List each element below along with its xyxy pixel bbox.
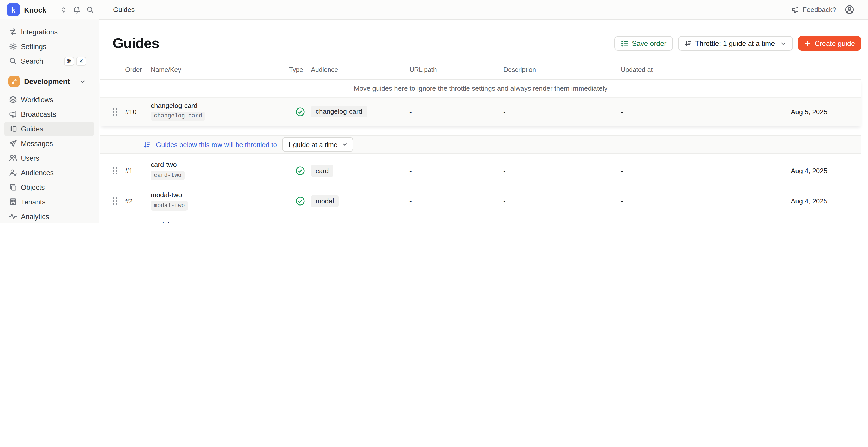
messages-icon <box>9 139 17 148</box>
drag-handle-icon[interactable] <box>107 166 125 175</box>
checklist-icon <box>620 39 628 47</box>
save-order-label: Save order <box>632 39 666 47</box>
throttle-label: Throttle: 1 guide at a time <box>695 39 775 47</box>
save-order-button[interactable]: Save order <box>614 36 673 51</box>
search-icon[interactable] <box>86 5 94 14</box>
chevron-down-icon <box>780 40 786 47</box>
sidebar-item-label: Messages <box>21 139 53 147</box>
sidebar-item-objects[interactable]: Objects <box>0 180 94 195</box>
chevron-down-icon <box>342 141 348 148</box>
page-header: Guides Save order Throttle: 1 guide at a… <box>99 20 868 56</box>
sidebar-item-label: Analytics <box>21 213 49 220</box>
sidebar-item-broadcasts[interactable]: Broadcasts <box>0 107 94 122</box>
audiences-icon <box>9 168 17 177</box>
guide-url-path: - <box>503 108 621 116</box>
sidebar-item-workflows[interactable]: Workflows <box>0 92 94 107</box>
workspace-name: Knock <box>24 5 46 14</box>
guide-description: - <box>621 197 791 205</box>
column-header-audience: Audience <box>311 66 409 73</box>
megaphone-icon <box>791 6 799 13</box>
guides-icon <box>9 125 17 133</box>
integrations-icon <box>9 28 17 36</box>
knock-app-window: k Knock Guides F <box>0 0 868 224</box>
users-icon <box>9 154 17 162</box>
sidebar-item-audiences[interactable]: Audiences <box>0 165 94 180</box>
sidebar-top-nav: Integrations Settings Search ⌘K <box>0 25 99 68</box>
feedback-label: Feedback? <box>803 6 836 13</box>
throttle-count-select[interactable]: 1 guide at a time <box>282 137 353 152</box>
create-guide-label: Create guide <box>814 39 855 47</box>
sidebar-item-analytics[interactable]: Analytics <box>0 209 94 224</box>
topbar: k Knock Guides F <box>0 0 868 20</box>
tenants-icon <box>9 198 17 206</box>
sort-descending-icon <box>143 140 151 149</box>
feedback-button[interactable]: Feedback? <box>791 6 836 13</box>
sidebar-item-users[interactable]: Users <box>0 151 94 165</box>
sidebar-item-tenants[interactable]: Tenants <box>0 195 94 209</box>
workspace-switcher-area: k Knock <box>0 3 99 16</box>
guide-name: card-two <box>151 161 289 168</box>
guide-name: modal-two <box>151 191 289 198</box>
unthrottled-rows: #10 changelog-card changelog-card change… <box>100 97 861 126</box>
sidebar-item-search[interactable]: Search ⌘K <box>0 54 94 68</box>
unthrottled-dropzone: Move guides here to ignore the throttle … <box>100 80 861 126</box>
sidebar-item-label: Search <box>21 57 43 65</box>
guide-key-badge: changelog-card <box>151 111 205 121</box>
sidebar: Integrations Settings Search ⌘K Developm… <box>0 19 99 224</box>
sidebar-item-messages[interactable]: Messages <box>0 136 94 151</box>
sidebar-item-settings[interactable]: Settings <box>0 39 94 54</box>
throttle-count-value: 1 guide at a time <box>287 140 338 149</box>
column-header-url-path: URL path <box>409 66 503 73</box>
guide-type: card <box>311 165 409 177</box>
create-guide-button[interactable]: Create guide <box>798 36 861 51</box>
guide-row[interactable]: #3 modal-one modal-one modal - - - Aug 4… <box>100 217 861 224</box>
sidebar-env-nav: Workflows Broadcasts Guides Messages Use… <box>0 92 99 224</box>
guide-row[interactable]: #2 modal-two modal-two modal - - - Aug 4… <box>100 186 861 217</box>
sidebar-item-guides[interactable]: Guides <box>4 122 94 136</box>
guides-table: OrderName/KeyTypeAudienceURL pathDescrip… <box>100 61 861 224</box>
throttle-divider-row: Guides below this row will be throttled … <box>100 135 861 154</box>
throttle-setting-button[interactable]: Throttle: 1 guide at a time <box>678 36 793 51</box>
guide-type-badge: changelog-card <box>311 106 367 117</box>
account-avatar-icon[interactable] <box>844 5 855 14</box>
workspace-selector-icon[interactable] <box>60 6 67 13</box>
guide-description: - <box>621 167 791 175</box>
sidebar-item-integrations[interactable]: Integrations <box>0 25 94 39</box>
sidebar-item-label: Tenants <box>21 198 45 206</box>
sort-descending-icon <box>684 40 691 47</box>
guide-row[interactable]: #1 card-two card-two card - - - Aug 4, 2… <box>100 156 861 186</box>
sidebar-item-label: Audiences <box>21 169 54 177</box>
sidebar-item-label: Integrations <box>21 28 58 36</box>
main-content: Guides Save order Throttle: 1 guide at a… <box>99 20 868 224</box>
column-header-order: Order <box>125 66 151 73</box>
breadcrumb[interactable]: Guides <box>113 6 134 13</box>
dropzone-hint: Move guides here to ignore the throttle … <box>100 80 861 97</box>
guide-name-key: changelog-card changelog-card <box>151 102 289 121</box>
guide-order: #10 <box>125 108 151 116</box>
guide-name-key: modal-one modal-one <box>151 222 289 224</box>
environment-name: Development <box>24 77 70 86</box>
guide-updated-at: Aug 5, 2025 <box>791 108 861 116</box>
environment-branch-icon <box>8 76 20 87</box>
status-check-circle-icon <box>289 107 311 117</box>
environment-switcher[interactable]: Development <box>0 73 94 89</box>
notifications-bell-icon[interactable] <box>72 5 81 14</box>
drag-handle-icon[interactable] <box>107 107 125 116</box>
page-title: Guides <box>113 35 159 52</box>
keycap: K <box>76 57 86 65</box>
guide-row[interactable]: #10 changelog-card changelog-card change… <box>100 97 861 126</box>
guide-name: modal-one <box>151 222 289 224</box>
broadcasts-icon <box>9 110 17 118</box>
guide-type-badge: card <box>311 165 334 177</box>
drag-handle-icon[interactable] <box>107 197 125 205</box>
sidebar-item-label: Workflows <box>21 96 53 103</box>
guide-name-key: modal-two modal-two <box>151 191 289 211</box>
sidebar-item-label: Users <box>21 154 39 162</box>
guide-key-badge: modal-two <box>151 201 188 211</box>
guide-description: - <box>621 108 791 116</box>
throttled-rows: #1 card-two card-two card - - - Aug 4, 2… <box>100 156 861 224</box>
guide-type-badge: modal <box>311 195 339 207</box>
search-icon <box>9 57 17 65</box>
guide-name-key: card-two card-two <box>151 161 289 181</box>
sidebar-item-label: Objects <box>21 183 45 191</box>
